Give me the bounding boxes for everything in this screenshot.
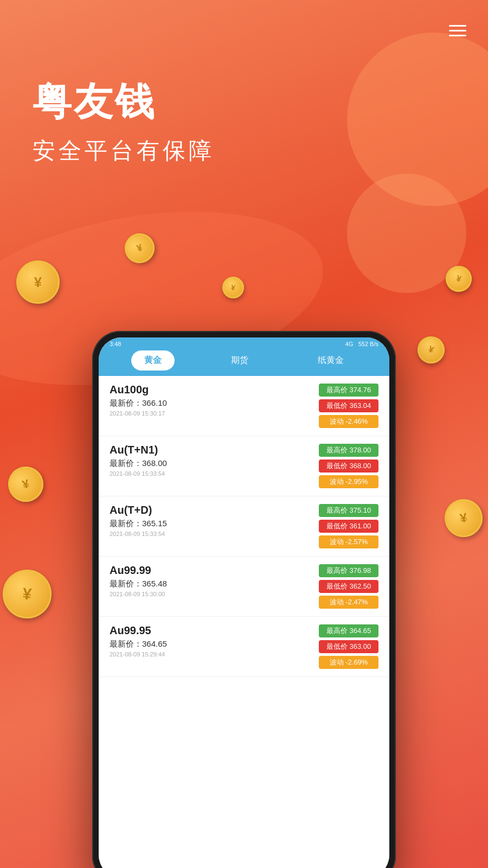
- gold-item-autn1[interactable]: Au(T+N1) 最新价：368.00 2021-08-09 15:33:54 …: [99, 436, 389, 496]
- item-time: 2021-08-09 15:33:54: [110, 531, 167, 537]
- gold-item-au100g[interactable]: Au100g 最新价：366.10 2021-08-09 15:30:17 最高…: [99, 376, 389, 436]
- app-subtitle: 安全平台有保障: [33, 136, 215, 166]
- item-name: Au(T+D): [110, 504, 167, 516]
- low-badge: 最低价 368.00: [319, 459, 378, 473]
- coin-1: [16, 260, 60, 304]
- high-badge: 最高价 374.76: [319, 384, 378, 397]
- low-badge: 最低价 362.50: [319, 580, 378, 593]
- item-price: 最新价：366.10: [110, 398, 167, 409]
- item-name: Au99.95: [110, 624, 167, 637]
- app-title: 粤友钱: [33, 76, 156, 128]
- wave-badge: 波动 -2.46%: [319, 415, 378, 428]
- tabs-container: 黄金 期货 纸黄金: [99, 350, 389, 376]
- item-name: Au(T+N1): [110, 444, 167, 456]
- item-time: 2021-08-09 15:29:44: [110, 651, 167, 658]
- phone-mockup: 3:48 4G 552 B/s 黄金 期货 纸黄金 Au100g 最新价：366…: [92, 331, 396, 868]
- item-name: Au100g: [110, 384, 167, 396]
- status-network: 4G 552 B/s: [345, 341, 378, 347]
- high-badge: 最高价 375.10: [319, 504, 378, 517]
- item-price: 最新价：365.48: [110, 579, 167, 589]
- tab-paper-gold[interactable]: 纸黄金: [305, 350, 357, 371]
- high-badge: 最高价 378.00: [319, 444, 378, 457]
- wave-badge: 波动 -2.47%: [319, 596, 378, 609]
- phone-screen: 3:48 4G 552 B/s 黄金 期货 纸黄金 Au100g 最新价：366…: [99, 337, 389, 868]
- coin-7: [441, 496, 485, 540]
- high-badge: 最高价 376.98: [319, 564, 378, 577]
- wave-badge: 波动 -2.69%: [319, 656, 378, 669]
- gold-item-au9999[interactable]: Au99.99 最新价：365.48 2021-08-09 15:30:00 最…: [99, 557, 389, 617]
- coin-8: [414, 333, 448, 367]
- low-badge: 最低价 363.04: [319, 399, 378, 412]
- item-name: Au99.99: [110, 564, 167, 577]
- low-badge: 最低价 361.00: [319, 520, 378, 533]
- coin-5: [4, 463, 48, 506]
- status-bar: 3:48 4G 552 B/s: [99, 337, 389, 350]
- gold-list: Au100g 最新价：366.10 2021-08-09 15:30:17 最高…: [99, 376, 389, 868]
- wave-badge: 波动 -2.95%: [319, 475, 378, 488]
- tab-futures[interactable]: 期货: [218, 350, 261, 371]
- item-price: 最新价：368.00: [110, 458, 167, 469]
- item-price: 最新价：364.65: [110, 639, 167, 649]
- item-time: 2021-08-09 15:30:00: [110, 591, 167, 597]
- low-badge: 最低价 363.00: [319, 640, 378, 653]
- gold-item-autd[interactable]: Au(T+D) 最新价：365.15 2021-08-09 15:33:54 最…: [99, 496, 389, 557]
- item-time: 2021-08-09 15:33:54: [110, 470, 167, 477]
- coin-6: [1, 567, 54, 621]
- tab-gold[interactable]: 黄金: [131, 350, 175, 371]
- item-price: 最新价：365.15: [110, 519, 167, 529]
- wave-badge: 波动 -2.57%: [319, 535, 378, 548]
- gold-item-au9995[interactable]: Au99.95 最新价：364.65 2021-08-09 15:29:44 最…: [99, 617, 389, 677]
- high-badge: 最高价 364.65: [319, 624, 378, 637]
- item-time: 2021-08-09 15:30:17: [110, 410, 167, 417]
- menu-button[interactable]: [449, 22, 466, 40]
- status-time: 3:48: [110, 341, 121, 347]
